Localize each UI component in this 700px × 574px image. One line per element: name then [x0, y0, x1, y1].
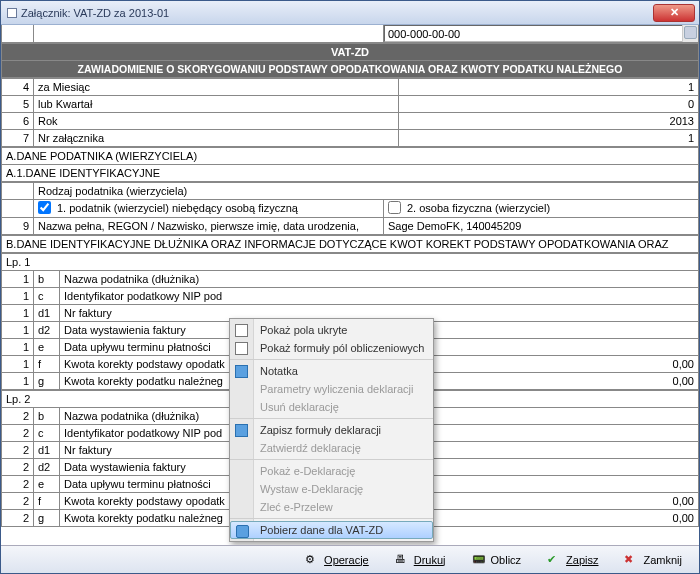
l1g-c: g — [34, 373, 60, 390]
r9-val[interactable]: Sage DemoFK, 140045209 — [384, 218, 699, 235]
menu-save-formulas[interactable]: Zapisz formuły deklaracji — [230, 421, 433, 439]
menu-delete: Usuń deklarację — [230, 398, 433, 416]
kind-opt2-label: 2. osoba fizyczna (wierzyciel) — [407, 202, 550, 214]
l1c-c: c — [34, 288, 60, 305]
r4-n: 4 — [2, 79, 34, 96]
menu-etransfer: Zleć e-Przelew — [230, 498, 433, 516]
menu-issue-edecl: Wystaw e-Deklarację — [230, 480, 433, 498]
r7-label: Nr załącznika — [34, 130, 399, 147]
l1e-c: e — [34, 339, 60, 356]
menu-show-edecl: Pokaż e-Deklarację — [230, 462, 433, 480]
l1f-c: f — [34, 356, 60, 373]
l2f-t: Kwota korekty podstawy opodatk — [60, 493, 234, 510]
titlebar[interactable]: Załącznik: VAT-ZD za 2013-01 ✕ — [1, 1, 699, 25]
menu-approve: Zatwierdź deklarację — [230, 439, 433, 457]
system-icon — [7, 8, 17, 18]
section-a-title: A.DANE PODATNIKA (WIERZYCIELA) — [2, 148, 699, 165]
period-group: 4za Miesiąc1 5lub Kwartał0 6Rok2013 7Nr … — [1, 78, 699, 147]
x-icon: ✖ — [624, 553, 638, 567]
close-icon: ✕ — [670, 6, 679, 18]
check-icon: ✔ — [547, 553, 561, 567]
kind-opt2-cell[interactable]: 2. osoba fizyczna (wierzyciel) — [384, 200, 699, 218]
close-bottom-button[interactable]: ✖Zamknij — [615, 550, 691, 570]
l1g-t: Kwota korekty podatku należneg — [60, 373, 234, 390]
gear-icon: ⚙ — [305, 553, 319, 567]
r5-val[interactable]: 0 — [399, 96, 699, 113]
r7-n: 7 — [2, 130, 34, 147]
close-button[interactable]: ✕ — [653, 4, 695, 22]
l2e-c: e — [34, 476, 60, 493]
context-menu[interactable]: Pokaż pola ukryte Pokaż formuły pól obli… — [229, 318, 434, 542]
section-b-title: B.DANE IDENTYFIKACYJNE DŁUŻNIKA ORAZ INF… — [2, 236, 699, 253]
bottom-toolbar: ⚙Operacje 🖶Drukuj 📟Oblicz ✔Zapisz ✖Zamkn… — [1, 545, 699, 573]
section-a: A.DANE PODATNIKA (WIERZYCIELA) A.1.DANE … — [1, 147, 699, 182]
menu-show-hidden[interactable]: Pokaż pola ukryte — [230, 321, 433, 339]
l2d2-c: d2 — [34, 459, 60, 476]
kind-label: Rodzaj podatnika (wierzyciela) — [34, 183, 699, 200]
save-button[interactable]: ✔Zapisz — [538, 550, 607, 570]
section-a1-title: A.1.DANE IDENTYFIKACYJNE — [2, 165, 699, 182]
l2c-c: c — [34, 425, 60, 442]
kind-blank2 — [2, 200, 34, 218]
window-title: Załącznik: VAT-ZD za 2013-01 — [21, 7, 169, 19]
menu-sep3 — [230, 459, 433, 460]
row-1: 1 Identyfikator podatkowy NIP podatnika … — [1, 25, 699, 43]
checkbox-icon — [235, 342, 248, 355]
kind-opt1-label: 1. podatnik (wierzyciel) niebędący osobą… — [57, 202, 298, 214]
row1-scroll[interactable] — [682, 25, 698, 42]
header-subtitle: ZAWIADOMIENIE O SKORYGOWANIU PODSTAWY OP… — [2, 61, 699, 78]
l2d1-c: d1 — [34, 442, 60, 459]
calc-icon: 📟 — [472, 553, 486, 567]
l1b-c: b — [34, 271, 60, 288]
r4-label: za Miesiąc — [34, 79, 399, 96]
r5-label: lub Kwartał — [34, 96, 399, 113]
menu-params: Parametry wyliczenia deklaracji — [230, 380, 433, 398]
print-button[interactable]: 🖶Drukuj — [386, 550, 455, 570]
kind-blank — [2, 183, 34, 200]
kind-block: Rodzaj podatnika (wierzyciela) 1. podatn… — [1, 182, 699, 235]
l1d1-c: d1 — [34, 305, 60, 322]
lp1-title: Lp. 1 — [2, 254, 699, 271]
r9-label: Nazwa pełna, REGON / Nazwisko, pierwsze … — [34, 218, 384, 235]
l1f-t: Kwota korekty podstawy opodatk — [60, 356, 234, 373]
l1b-t[interactable]: Nazwa podatnika (dłużnika) — [60, 271, 699, 288]
r4-val[interactable]: 1 — [399, 79, 699, 96]
nip-input[interactable] — [384, 25, 698, 42]
kind-opt2-check[interactable] — [388, 201, 401, 214]
l1c-t[interactable]: Identyfikator podatkowy NIP pod — [60, 288, 699, 305]
database-icon — [236, 525, 249, 538]
r6-n: 6 — [2, 113, 34, 130]
operations-button[interactable]: ⚙Operacje — [296, 550, 378, 570]
r5-n: 5 — [2, 96, 34, 113]
kind-opt1-cell[interactable]: 1. podatnik (wierzyciel) niebędący osobą… — [34, 200, 384, 218]
menu-show-formulas[interactable]: Pokaż formuły pól obliczeniowych — [230, 339, 433, 357]
checkbox-icon — [235, 324, 248, 337]
menu-sep — [230, 359, 433, 360]
section-b: B.DANE IDENTYFIKACYJNE DŁUŻNIKA ORAZ INF… — [1, 235, 699, 253]
r6-label: Rok — [34, 113, 399, 130]
l1d2-c: d2 — [34, 322, 60, 339]
save-icon — [235, 424, 248, 437]
row-1-label: Identyfikator podatkowy NIP podatnika (w… — [34, 25, 384, 43]
printer-icon: 🖶 — [395, 553, 409, 567]
form-content: 1 1 Identyfikator podatkowy NIP podatnik… — [1, 25, 699, 545]
calculate-button[interactable]: 📟Oblicz — [463, 550, 531, 570]
l2b-c: b — [34, 408, 60, 425]
header-block: VAT-ZD ZAWIADOMIENIE O SKORYGOWANIU PODS… — [1, 43, 699, 78]
menu-note[interactable]: Notatka — [230, 362, 433, 380]
r6-val[interactable]: 2013 — [399, 113, 699, 130]
kind-opt1-check[interactable] — [38, 201, 51, 214]
note-icon — [235, 365, 248, 378]
menu-sep4 — [230, 518, 433, 519]
header-title: VAT-ZD — [2, 44, 699, 61]
menu-fetch-vatzd[interactable]: Pobierz dane dla VAT-ZD — [230, 521, 433, 539]
l2f-c: f — [34, 493, 60, 510]
menu-sep2 — [230, 418, 433, 419]
attachment-window: Załącznik: VAT-ZD za 2013-01 ✕ 1 1 Ident… — [0, 0, 700, 574]
l2g-c: g — [34, 510, 60, 527]
r9-n: 9 — [2, 218, 34, 235]
r7-val[interactable]: 1 — [399, 130, 699, 147]
l2g-t: Kwota korekty podatku należneg — [60, 510, 234, 527]
row-1-value-cell[interactable] — [384, 25, 699, 43]
